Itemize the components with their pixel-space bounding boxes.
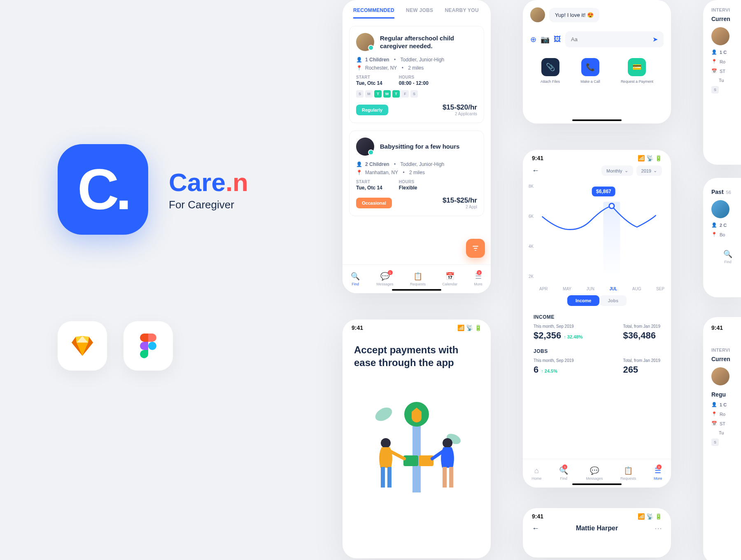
tick: 2K (529, 274, 534, 279)
svg-point-12 (443, 438, 452, 448)
filter-button[interactable] (466, 239, 485, 258)
plus-icon[interactable]: ⊕ (530, 35, 536, 44)
svg-point-2 (609, 203, 614, 208)
current-label: Curren (711, 356, 741, 362)
nav-messages[interactable]: 💬Messages (586, 466, 603, 481)
nav-messages[interactable]: 💬1Messages (377, 272, 394, 286)
current-label: Curren (711, 16, 741, 22)
call-action[interactable]: 📞Make a Call (580, 58, 600, 84)
loc: Ro (720, 412, 725, 417)
nav-requests[interactable]: 📋Requests (620, 466, 636, 481)
day-t: T (374, 90, 382, 98)
tab-nearby[interactable]: NEARBY YOU (445, 7, 479, 19)
person-icon: 👤 (711, 49, 717, 55)
status-icons: 📶 📡 🔋 (457, 324, 482, 331)
day-m: M (365, 90, 373, 98)
status-time: 9:41 (711, 324, 741, 331)
message-field[interactable]: ➤ (565, 31, 664, 47)
day-w: W (383, 90, 391, 98)
chat-card: Yup! I love it! 😍 ⊕ 📷 🖼 ➤ 📎Attach Files … (523, 0, 671, 124)
nav-requests[interactable]: 📋Requests (410, 272, 426, 286)
home-indicator (572, 119, 622, 121)
home-indicator (392, 289, 441, 291)
nav-home[interactable]: ⌂Home (531, 467, 541, 481)
nav-label: Find (352, 282, 359, 286)
message-input[interactable] (571, 36, 652, 42)
nav-find[interactable]: 🔍1Find (559, 466, 568, 481)
pin-icon: 📍 (711, 232, 717, 237)
svg-rect-7 (403, 455, 418, 466)
nav-find-partial[interactable]: 🔍Find (711, 250, 741, 264)
nav-label: Messages (377, 282, 394, 286)
calendar-icon: 📅 (445, 272, 454, 281)
days-row: S M T W T F S (356, 90, 477, 98)
tick: JUN (586, 287, 594, 291)
jobs-month: 6 (534, 364, 538, 375)
applicants: 2 Appl (443, 205, 477, 209)
brand-block: C. Care.n For Caregiver (58, 144, 248, 235)
stat-label: This month, Sep 2019 (534, 358, 574, 363)
person-icon: 👤 (356, 57, 362, 63)
segment-control: Income Jobs (523, 295, 671, 306)
jobs-screen: RECOMMENDED NEW JOBS NEARBY YOU Regular … (343, 0, 491, 293)
chart-svg (529, 184, 664, 291)
tick: AUG (632, 287, 641, 291)
job-card[interactable]: Babysitting for a few hours 👤2 Children … (349, 131, 484, 216)
svg-rect-10 (381, 467, 385, 488)
children-ages: Toddler, Junior-High (401, 57, 445, 63)
inbox-icon: 📋 (413, 272, 422, 281)
camera-icon[interactable]: 📷 (541, 35, 550, 44)
hours-label: HOURS (399, 180, 417, 184)
pin-icon: 📍 (711, 59, 717, 64)
past-count: 56 (726, 190, 731, 195)
past-label: Past (711, 189, 724, 195)
svg-rect-14 (449, 467, 453, 488)
search-icon: 🔍 (723, 250, 732, 259)
tab-recommended[interactable]: RECOMMENDED (353, 7, 394, 19)
select-label: Monthly (606, 168, 622, 173)
back-button[interactable]: ← (532, 166, 539, 175)
job-title: Babysitting for a few hours (380, 142, 459, 151)
status-time: 9:41 (352, 324, 363, 331)
seg-jobs[interactable]: Jobs (599, 295, 627, 306)
children-count: 2 Children (365, 161, 389, 167)
brand-name-dot: .n (226, 168, 248, 196)
nav-calendar[interactable]: 📅Calendar (442, 272, 457, 286)
payment-action[interactable]: 💳Request a Payment (621, 58, 653, 84)
nav-more[interactable]: ☰3More (654, 466, 662, 481)
tick: 8K (529, 184, 534, 189)
contact-name: Mattie Harper (576, 525, 618, 532)
start: ST (720, 69, 725, 74)
seg-income[interactable]: Income (567, 295, 600, 306)
chat-input-row: ⊕ 📷 🖼 ➤ (530, 31, 664, 47)
send-icon[interactable]: ➤ (652, 35, 658, 43)
period-select[interactable]: Monthly⌄ (601, 166, 633, 176)
hours-label: HOURS (399, 75, 429, 79)
nav-more[interactable]: ☰3More (474, 272, 482, 286)
start-label: START (356, 75, 382, 79)
badge-occasional: Occasional (356, 198, 392, 208)
stat-label: Total, from Jan 2019 (623, 324, 660, 329)
delta: ↑ 32.48% (564, 334, 583, 339)
tick: MAY (563, 287, 571, 291)
year-select[interactable]: 2019⌄ (636, 166, 662, 176)
nav-label: Calendar (442, 282, 457, 286)
tool-icons (58, 321, 173, 371)
jobs-total: 265 (623, 364, 660, 375)
more-icon[interactable]: ⋯ (655, 524, 662, 533)
badge-regularly: Regularly (356, 105, 388, 115)
attach-action[interactable]: 📎Attach Files (541, 58, 560, 84)
hours-value: Flexible (399, 185, 417, 191)
badge: 3 (657, 464, 662, 469)
job-card[interactable]: Regular afterschool child caregiver need… (349, 26, 484, 123)
onboarding-screen: 9:41 📶 📡 🔋 Accept payments with ease thr… (343, 320, 491, 558)
income-month: $2,356 (534, 330, 561, 341)
status-bar: 9:41 📶 📡 🔋 (523, 508, 671, 522)
nav-find[interactable]: 🔍Find (351, 272, 360, 286)
x-axis: APR MAY JUN JUL AUG SEP (539, 287, 664, 291)
back-button[interactable]: ← (532, 524, 539, 533)
pin-icon: 📍 (356, 170, 362, 175)
tab-new-jobs[interactable]: NEW JOBS (406, 7, 433, 19)
image-icon[interactable]: 🖼 (554, 35, 561, 44)
phone-icon: 📞 (581, 58, 599, 76)
